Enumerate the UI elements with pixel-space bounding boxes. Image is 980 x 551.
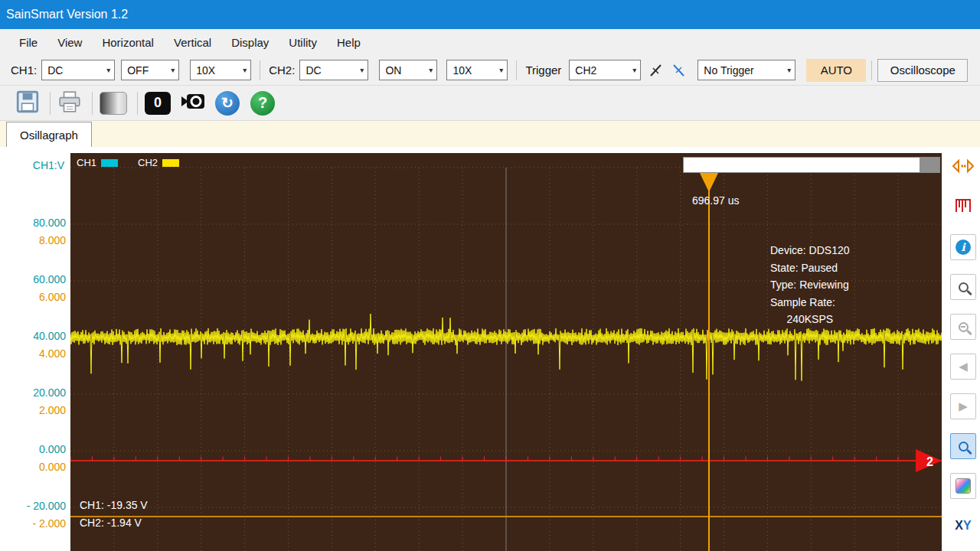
legend-ch1-label: CH1 — [77, 157, 96, 168]
trigger-source-select[interactable]: CH2 ▾ — [569, 60, 641, 80]
title-bar: SainSmart Version 1.2 — [0, 0, 980, 29]
toolbar-separator — [92, 92, 93, 115]
tab-osillagraph[interactable]: Osillagraph — [6, 122, 92, 147]
refresh-icon: ↻ — [221, 94, 234, 112]
axis-tick-ch1: - 20.000 — [27, 500, 66, 512]
printer-icon — [57, 90, 82, 117]
ch2-display-value: ON — [385, 64, 401, 77]
ch1-coupling-select[interactable]: DC ▾ — [41, 60, 115, 80]
ch2-coupling-select[interactable]: DC ▾ — [299, 60, 368, 80]
auto-button[interactable]: AUTO — [806, 59, 866, 82]
device-state: State: Paused — [770, 259, 850, 277]
measure-cursors-button[interactable] — [950, 194, 976, 220]
menu-display[interactable]: Display — [221, 31, 279, 54]
ch1-display-value: OFF — [127, 64, 149, 77]
search-icon — [959, 442, 969, 452]
info-button[interactable]: i — [950, 234, 976, 260]
ch1-probe-value: 10X — [196, 64, 215, 77]
chevron-down-icon: ▾ — [243, 66, 247, 74]
record-button[interactable] — [180, 91, 206, 116]
trigger-label: Trigger — [525, 64, 561, 77]
menu-help[interactable]: Help — [327, 31, 371, 54]
menu-utility[interactable]: Utility — [279, 31, 327, 54]
ch2-probe-select[interactable]: 10X ▾ — [446, 60, 508, 80]
axis-tick-ch1: 20.000 — [33, 386, 66, 399]
device-info-panel: Device: DDS120 State: Paused Type: Revie… — [770, 242, 850, 328]
legend-ch2-label: CH2 — [138, 157, 158, 168]
trigger-mode-select[interactable]: No Trigger ▾ — [697, 60, 795, 80]
floppy-disk-icon — [15, 90, 40, 117]
pan-arrows-icon — [952, 158, 974, 177]
zero-button[interactable]: 0 — [145, 92, 171, 115]
sample-rate-label: Sample Rate: — [770, 294, 850, 311]
save-button[interactable] — [15, 90, 40, 117]
scrollbar-thumb[interactable] — [920, 158, 939, 172]
print-button[interactable] — [57, 90, 82, 117]
background-toggle-button[interactable] — [100, 92, 127, 115]
chevron-down-icon: ▾ — [499, 66, 503, 74]
xy-mode-button[interactable]: XY — [950, 513, 976, 539]
toolbar-separator — [137, 92, 138, 115]
svg-text:2: 2 — [926, 455, 933, 468]
sample-rate-value: 240KSPS — [770, 311, 850, 328]
menu-vertical[interactable]: Vertical — [164, 31, 221, 54]
help-button[interactable]: ? — [250, 91, 275, 116]
ch1-coupling-value: DC — [47, 64, 63, 77]
axis-tick-ch1: 0.000 — [39, 443, 66, 455]
toolbar-separator — [516, 60, 517, 80]
ch2-label: CH2: — [269, 64, 295, 77]
chevron-down-icon: ▾ — [106, 66, 110, 74]
ch1-display-select[interactable]: OFF ▾ — [121, 60, 179, 80]
axis-tick-ch2: 6.000 — [39, 291, 66, 303]
main-content: CH1:V 80.00060.00040.00020.0000.000- 20.… — [0, 147, 980, 551]
color-settings-button[interactable] — [950, 473, 976, 499]
axis-tick-ch1: 40.000 — [33, 330, 66, 342]
trigger-mode-value: No Trigger — [704, 64, 753, 77]
menu-horizontal[interactable]: Horizontal — [92, 31, 164, 54]
ch1-probe-select[interactable]: 10X ▾ — [190, 60, 251, 80]
ch2-voltage-readout: CH2: -1.94 V — [80, 517, 142, 529]
device-type: Type: Reviewing — [770, 276, 850, 294]
axis-tick-ch2: 2.000 — [39, 404, 66, 416]
oscilloscope-button[interactable]: Oscilloscope — [877, 59, 968, 82]
zoom-out-button[interactable] — [950, 314, 976, 340]
tab-bar: Osillagraph — [0, 121, 980, 147]
arrow-right-icon: ▶ — [959, 399, 968, 413]
xy-icon: X — [955, 519, 963, 533]
ch1-label: CH1: — [11, 64, 37, 77]
chevron-down-icon: ▾ — [787, 66, 791, 74]
ch2-probe-value: 10X — [452, 64, 472, 77]
ch2-display-select[interactable]: ON ▾ — [379, 60, 437, 80]
time-cursor-label: 696.97 us — [692, 194, 740, 207]
back-button[interactable]: ◀ — [950, 354, 976, 380]
axis-tick-ch2: 8.000 — [39, 234, 66, 246]
magnifier-plus-icon — [959, 282, 969, 292]
zoom-in-button[interactable] — [950, 274, 976, 300]
ch1-voltage-readout: CH1: -19.35 V — [80, 499, 148, 511]
chevron-down-icon: ▾ — [429, 66, 433, 74]
axis-tick-ch2: - 2.000 — [32, 517, 66, 530]
axis-title: CH1:V — [33, 159, 64, 171]
file-toolbar: 0 ↻ ? — [0, 86, 980, 121]
menu-file[interactable]: File — [9, 31, 47, 54]
falling-edge-trigger-icon[interactable] — [670, 60, 690, 80]
horizontal-position-scrollbar[interactable] — [683, 157, 940, 173]
toolbar-separator — [260, 60, 260, 80]
axis-tick-ch2: 0.000 — [39, 461, 66, 473]
ch2-coupling-value: DC — [305, 64, 321, 77]
plot-legend: CH1 CH2 — [77, 157, 179, 168]
chevron-down-icon: ▾ — [360, 66, 364, 74]
color-palette-icon — [956, 478, 971, 494]
forward-button[interactable]: ▶ — [950, 393, 976, 419]
menu-bar: File View Horizontal Vertical Display Ut… — [0, 29, 980, 55]
pan-horizontal-button[interactable] — [950, 155, 976, 181]
rising-edge-trigger-icon[interactable] — [647, 60, 667, 80]
search-zoom-button[interactable] — [950, 433, 976, 459]
magnifier-minus-icon — [959, 322, 969, 332]
refresh-button[interactable]: ↻ — [215, 91, 240, 116]
waveform-plot[interactable]: 2 CH1 CH2 696.97 us Device: DDS120 State… — [70, 153, 942, 551]
ch2-color-swatch — [162, 159, 179, 167]
gradient-swatch-icon — [100, 92, 127, 115]
channel-trigger-toolbar: CH1: DC ▾ OFF ▾ 10X ▾ CH2: DC ▾ ON ▾ 10X… — [0, 55, 980, 86]
menu-view[interactable]: View — [47, 31, 92, 54]
